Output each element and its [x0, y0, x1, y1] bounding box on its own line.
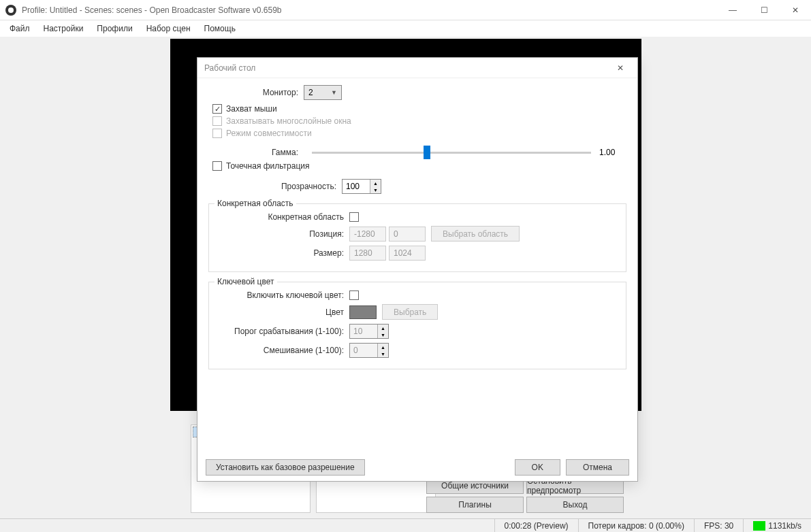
status-bitrate-text: 1131kb/s — [768, 521, 801, 531]
properties-dialog: Рабочий стол ✕ Монитор: 2 ▼ Захват мыши … — [197, 57, 638, 482]
chroma-legend: Ключевой цвет — [214, 277, 277, 286]
chroma-blend-input — [350, 344, 377, 357]
exit-button[interactable]: Выход — [526, 497, 624, 513]
status-bitrate: 1131kb/s — [743, 519, 811, 532]
status-bar: 0:00:28 (Preview) Потери кадров: 0 (0.00… — [0, 518, 811, 532]
chroma-blend-spinner[interactable]: ▲ ▼ — [349, 343, 389, 358]
window-title: Profile: Untitled - Scenes: scenes - Ope… — [22, 5, 717, 15]
gamma-value: 1.00 — [599, 148, 626, 157]
dialog-body: Монитор: 2 ▼ Захват мыши Захватывать мно… — [197, 78, 637, 454]
opacity-spinner[interactable]: ▲ ▼ — [342, 179, 381, 194]
region-pos-y-input — [389, 227, 426, 242]
chroma-threshold-label: Порог срабатывания (1-100): — [216, 327, 349, 336]
chroma-enable-checkbox[interactable] — [349, 290, 359, 300]
set-base-resolution-button[interactable]: Установить как базовое разрешение — [206, 459, 365, 476]
chroma-threshold-spinner[interactable]: ▲ ▼ — [349, 324, 389, 339]
chroma-threshold-input — [350, 325, 377, 338]
spinner-down-icon[interactable]: ▼ — [370, 186, 381, 193]
monitor-label: Монитор: — [208, 88, 304, 97]
menu-bar: Файл Настройки Профили Набор сцен Помощь — [0, 20, 811, 37]
menu-file[interactable]: Файл — [3, 22, 37, 35]
point-filter-label: Точечная фильтрация — [226, 161, 310, 171]
maximize-button[interactable]: ☐ — [748, 0, 780, 20]
region-size-label: Размер: — [216, 248, 349, 258]
window-titlebar: Profile: Untitled - Scenes: scenes - Ope… — [0, 0, 811, 20]
compat-mode-label: Режим совместимости — [226, 129, 312, 138]
status-fps: FPS: 30 — [694, 519, 743, 532]
region-size-h-input — [389, 246, 426, 261]
region-fieldset: Конкретная область Конкретная область По… — [208, 203, 626, 272]
dialog-title: Рабочий стол — [204, 63, 255, 73]
chroma-enable-label: Включить ключевой цвет: — [216, 290, 349, 300]
spinner-up-icon[interactable]: ▲ — [378, 344, 388, 350]
select-region-button: Выбрать область — [431, 226, 520, 242]
spinner-down-icon[interactable]: ▼ — [378, 331, 388, 338]
region-enable-label: Конкретная область — [216, 212, 349, 222]
spinner-up-icon[interactable]: ▲ — [370, 180, 381, 186]
chroma-color-label: Цвет — [216, 307, 349, 317]
spinner-down-icon[interactable]: ▼ — [378, 350, 388, 357]
status-dropped: Потери кадров: 0 (0.00%) — [578, 519, 694, 532]
chroma-color-swatch[interactable] — [349, 305, 377, 319]
opacity-input[interactable] — [343, 180, 370, 193]
chevron-down-icon: ▼ — [331, 89, 337, 96]
menu-scene-collection[interactable]: Набор сцен — [140, 22, 197, 35]
region-pos-label: Позиция: — [216, 229, 349, 239]
dialog-titlebar[interactable]: Рабочий стол ✕ — [197, 58, 637, 78]
control-buttons: Общие источники Остановить предпросмотр … — [426, 478, 624, 513]
region-pos-x-input — [349, 227, 386, 242]
capture-layered-label: Захватывать многослойные окна — [226, 116, 351, 126]
window-controls: — ☐ ✕ — [717, 0, 811, 20]
dialog-footer: Установить как базовое разрешение OK Отм… — [197, 454, 637, 481]
capture-mouse-checkbox[interactable] — [212, 104, 222, 114]
dialog-close-button[interactable]: ✕ — [610, 58, 631, 78]
gamma-slider[interactable] — [312, 152, 591, 154]
plugins-button[interactable]: Плагины — [426, 497, 524, 513]
menu-profiles[interactable]: Профили — [90, 22, 139, 35]
region-size-w-input — [349, 246, 386, 261]
bitrate-indicator-icon — [753, 521, 765, 531]
compat-mode-checkbox — [212, 129, 222, 138]
monitor-value: 2 — [308, 88, 313, 97]
menu-help[interactable]: Помощь — [197, 22, 242, 35]
app-icon — [5, 5, 16, 16]
gamma-label: Гамма: — [208, 148, 304, 157]
chroma-fieldset: Ключевой цвет Включить ключевой цвет: Цв… — [208, 282, 626, 369]
chroma-blend-label: Смешивание (1-100): — [216, 346, 349, 355]
cancel-button[interactable]: Отмена — [566, 459, 629, 476]
point-filter-checkbox[interactable] — [212, 161, 222, 171]
region-enable-checkbox[interactable] — [349, 212, 359, 222]
capture-mouse-label: Захват мыши — [226, 104, 277, 114]
minimize-button[interactable]: — — [717, 0, 748, 20]
capture-layered-checkbox — [212, 116, 222, 126]
spinner-up-icon[interactable]: ▲ — [378, 325, 388, 331]
region-legend: Конкретная область — [214, 199, 296, 208]
close-button[interactable]: ✕ — [780, 0, 811, 20]
ok-button[interactable]: OK — [515, 459, 560, 476]
status-time: 0:00:28 (Preview) — [494, 519, 578, 532]
opacity-label: Прозрачность: — [208, 182, 342, 191]
monitor-select[interactable]: 2 ▼ — [304, 85, 342, 100]
chroma-select-button: Выбрать — [382, 304, 438, 320]
menu-settings[interactable]: Настройки — [37, 22, 91, 35]
gamma-slider-thumb[interactable] — [424, 146, 430, 159]
